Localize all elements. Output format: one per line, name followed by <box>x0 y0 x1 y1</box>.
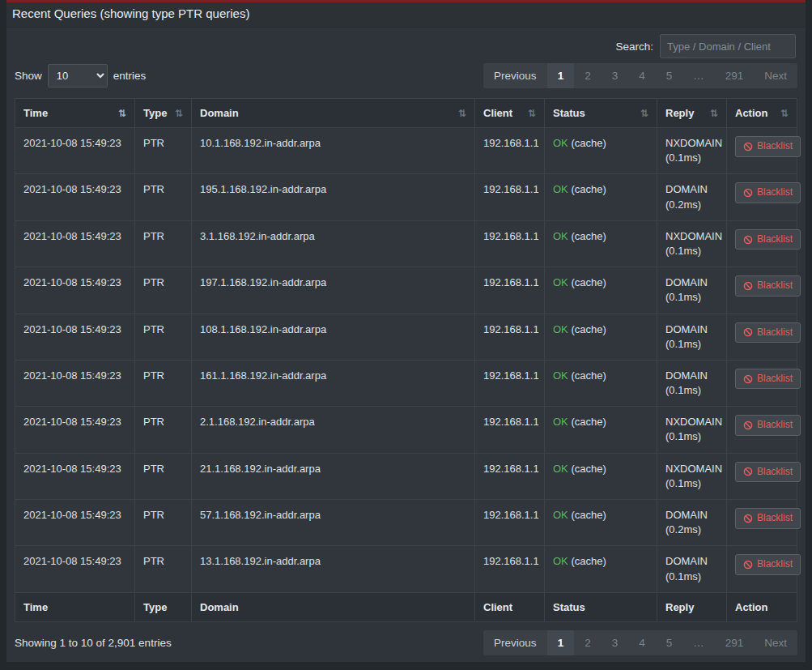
page-number-4[interactable]: 4 <box>628 630 656 655</box>
column-footer-status: Status <box>545 592 657 621</box>
column-footer-time: Time <box>15 592 135 621</box>
search-bar: Search: <box>15 34 796 58</box>
ban-icon <box>743 281 753 291</box>
query-time: 2021-10-08 15:49:23 <box>15 314 135 360</box>
query-action-cell: Blacklist <box>727 407 797 453</box>
table-row: 2021-10-08 15:49:23PTR13.1.168.192.in-ad… <box>15 546 797 592</box>
column-header-type[interactable]: Type⇅ <box>135 99 192 128</box>
query-client: 192.168.1.1 <box>475 220 545 267</box>
query-time: 2021-10-08 15:49:23 <box>15 174 135 220</box>
blacklist-button[interactable]: Blacklist <box>735 369 801 390</box>
query-client: 192.168.1.1 <box>475 267 545 314</box>
status-note: (cache) <box>571 416 606 428</box>
blacklist-label: Blacklist <box>757 512 793 525</box>
query-reply: DOMAIN(0.1ms) <box>657 267 727 314</box>
reply-time: (0.1ms) <box>665 151 718 165</box>
blacklist-label: Blacklist <box>757 326 793 339</box>
column-header-action[interactable]: Action⇅ <box>727 99 797 128</box>
ban-icon <box>743 560 753 570</box>
status-ok: OK <box>553 323 568 335</box>
reply-time: (0.2ms) <box>665 198 718 212</box>
sort-icon: ⇅ <box>640 108 648 119</box>
page-number-2[interactable]: 2 <box>574 63 602 88</box>
page-number-291[interactable]: 291 <box>715 630 755 655</box>
search-input[interactable] <box>660 34 796 58</box>
query-reply: NXDOMAIN(0.1ms) <box>657 128 727 174</box>
column-header-reply[interactable]: Reply⇅ <box>657 99 727 128</box>
query-domain: 197.1.168.192.in-addr.arpa <box>192 267 475 314</box>
column-header-domain[interactable]: Domain⇅ <box>192 99 475 128</box>
page-number-5[interactable]: 5 <box>656 63 683 88</box>
column-header-time[interactable]: Time⇅ <box>15 99 135 128</box>
page-next[interactable]: Next <box>754 63 797 88</box>
query-time: 2021-10-08 15:49:23 <box>15 500 135 546</box>
table-row: 2021-10-08 15:49:23PTR21.1.168.192.in-ad… <box>15 453 797 499</box>
column-header-inner: Reply⇅ <box>665 107 718 119</box>
status-note: (cache) <box>571 137 606 149</box>
query-action-cell: Blacklist <box>727 267 797 314</box>
query-time: 2021-10-08 15:49:23 <box>15 407 135 453</box>
status-ok: OK <box>553 509 568 521</box>
blacklist-label: Blacklist <box>757 233 793 246</box>
status-note: (cache) <box>571 555 606 567</box>
column-header-label: Action <box>735 107 767 119</box>
recent-queries-body: Search: Show 10 entries Previous12345…29… <box>6 28 806 662</box>
blacklist-button[interactable]: Blacklist <box>735 136 801 157</box>
column-header-client[interactable]: Client⇅ <box>475 99 545 128</box>
blacklist-button[interactable]: Blacklist <box>735 462 801 483</box>
column-header-inner: Type⇅ <box>143 107 183 119</box>
page-number-4[interactable]: 4 <box>628 63 656 88</box>
page-number-5[interactable]: 5 <box>656 630 683 655</box>
blacklist-button[interactable]: Blacklist <box>735 182 801 203</box>
column-header-inner: Client⇅ <box>483 107 536 119</box>
page-number-3[interactable]: 3 <box>602 630 629 655</box>
ban-icon <box>743 467 753 476</box>
blacklist-button[interactable]: Blacklist <box>735 508 801 529</box>
entries-select[interactable]: 10 <box>48 64 108 87</box>
reply-time: (0.1ms) <box>665 337 718 352</box>
sort-icon: ⇅ <box>528 108 536 119</box>
page-previous[interactable]: Previous <box>483 63 547 88</box>
blacklist-button[interactable]: Blacklist <box>735 322 801 344</box>
query-action-cell: Blacklist <box>727 453 797 499</box>
query-action-cell: Blacklist <box>727 314 797 360</box>
status-note: (cache) <box>571 276 606 288</box>
query-type: PTR <box>135 220 192 267</box>
status-ok: OK <box>553 369 568 382</box>
query-action-cell: Blacklist <box>727 360 797 406</box>
sort-icon: ⇅ <box>175 108 183 119</box>
query-action-cell: Blacklist <box>727 500 797 546</box>
table-row: 2021-10-08 15:49:23PTR195.1.168.192.in-a… <box>15 174 797 220</box>
page-number-1[interactable]: 1 <box>547 63 575 88</box>
query-time: 2021-10-08 15:49:23 <box>15 453 135 499</box>
query-client: 192.168.1.1 <box>475 128 545 174</box>
query-domain: 195.1.168.192.in-addr.arpa <box>192 174 475 220</box>
column-header-label: Reply <box>665 107 694 119</box>
query-domain: 13.1.168.192.in-addr.arpa <box>192 546 475 592</box>
query-type: PTR <box>135 546 192 592</box>
blacklist-button[interactable]: Blacklist <box>735 229 801 250</box>
blacklist-button[interactable]: Blacklist <box>735 415 801 436</box>
query-domain: 57.1.168.192.in-addr.arpa <box>192 500 475 546</box>
query-action-cell: Blacklist <box>727 546 797 592</box>
status-note: (cache) <box>571 369 606 382</box>
page-previous[interactable]: Previous <box>483 630 547 655</box>
entries-length-menu: Show 10 entries <box>15 64 146 87</box>
blacklist-button[interactable]: Blacklist <box>735 275 801 297</box>
page-number-291[interactable]: 291 <box>715 63 755 88</box>
page-number-1[interactable]: 1 <box>547 630 575 655</box>
reply-time: (0.1ms) <box>665 290 718 305</box>
blacklist-button[interactable]: Blacklist <box>735 554 801 575</box>
query-client: 192.168.1.1 <box>475 314 545 360</box>
page-next[interactable]: Next <box>754 630 797 655</box>
page-number-3[interactable]: 3 <box>602 63 629 88</box>
column-header-inner: Time⇅ <box>23 107 126 119</box>
reply-time: (0.1ms) <box>665 244 718 258</box>
recent-queries-box: Recent Queries (showing type PTR queries… <box>6 0 806 662</box>
page-number-2[interactable]: 2 <box>574 630 602 655</box>
reply-type: NXDOMAIN <box>665 415 718 429</box>
query-domain: 161.1.168.192.in-addr.arpa <box>192 360 475 406</box>
query-status: OK (cache) <box>545 500 657 546</box>
column-header-label: Client <box>483 107 512 119</box>
column-header-status[interactable]: Status⇅ <box>545 99 657 128</box>
